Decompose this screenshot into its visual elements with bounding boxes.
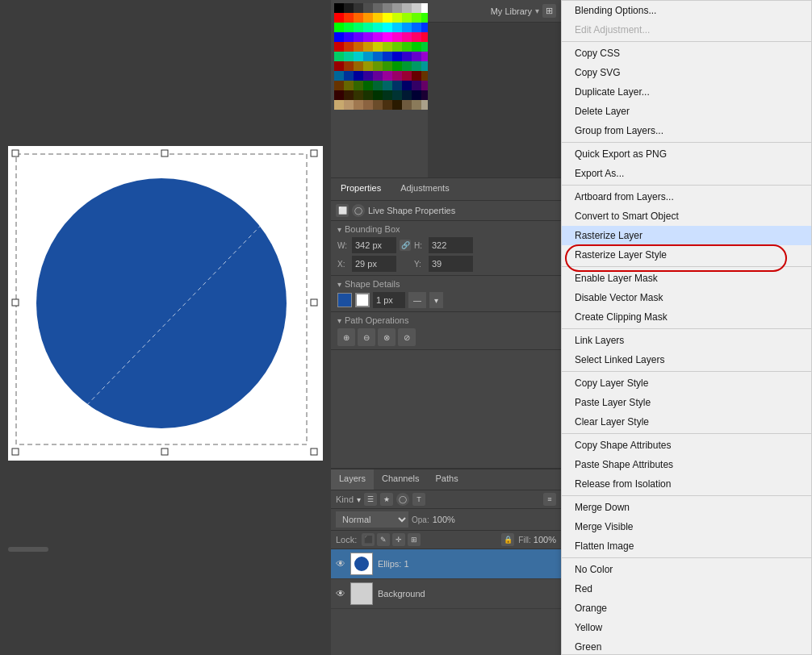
fill-color-swatch[interactable] xyxy=(337,293,352,307)
y-input[interactable] xyxy=(429,256,473,272)
menu-item-copy-shape-attributes[interactable]: Copy Shape Attributes xyxy=(562,436,811,455)
color-swatch[interactable] xyxy=(402,81,412,90)
color-swatch[interactable] xyxy=(383,71,392,81)
color-swatch[interactable] xyxy=(383,32,392,42)
collapse-shape-icon[interactable]: ▾ xyxy=(337,280,341,289)
opacity-value[interactable]: 100% xyxy=(433,515,455,524)
color-swatch[interactable] xyxy=(344,90,354,100)
filter-icon-2[interactable]: ★ xyxy=(380,493,393,506)
color-swatch[interactable] xyxy=(344,52,354,61)
color-swatch[interactable] xyxy=(373,23,383,32)
collapse-icon[interactable]: ▾ xyxy=(337,225,341,234)
filter-icon-1[interactable]: ☰ xyxy=(364,493,377,506)
tab-adjustments[interactable]: Adjustments xyxy=(391,178,459,200)
tab-paths[interactable]: Paths xyxy=(428,469,467,490)
color-swatch[interactable] xyxy=(363,42,373,52)
color-swatch[interactable] xyxy=(354,90,363,100)
color-swatch[interactable] xyxy=(383,100,392,110)
color-swatch[interactable] xyxy=(373,81,383,90)
color-swatch[interactable] xyxy=(354,32,363,42)
color-swatch[interactable] xyxy=(412,32,421,42)
color-swatch[interactable] xyxy=(334,90,344,100)
color-swatch[interactable] xyxy=(363,61,373,71)
color-swatch[interactable] xyxy=(392,42,402,52)
menu-item-quick-export[interactable]: Quick Export as PNG xyxy=(562,144,811,164)
color-swatch[interactable] xyxy=(354,42,363,52)
color-swatch[interactable] xyxy=(402,61,412,71)
color-swatch[interactable] xyxy=(412,3,421,13)
color-swatch[interactable] xyxy=(421,52,428,61)
menu-item-enable-layer-mask[interactable]: Enable Layer Mask xyxy=(562,269,811,288)
color-swatch[interactable] xyxy=(412,61,421,71)
color-swatch[interactable] xyxy=(392,52,402,61)
color-swatch[interactable] xyxy=(402,52,412,61)
stroke-type-dropdown[interactable]: — xyxy=(408,292,426,308)
color-swatch[interactable] xyxy=(392,81,402,90)
color-swatch[interactable] xyxy=(334,23,344,32)
color-swatch[interactable] xyxy=(334,52,344,61)
color-swatch[interactable] xyxy=(373,61,383,71)
menu-item-create-clipping-mask[interactable]: Create Clipping Mask xyxy=(562,307,811,327)
color-swatch[interactable] xyxy=(344,32,354,42)
color-swatch[interactable] xyxy=(363,3,373,13)
color-swatch[interactable] xyxy=(344,100,354,110)
color-swatch[interactable] xyxy=(373,3,383,13)
filter-icon-4[interactable]: T xyxy=(412,493,425,506)
color-swatch[interactable] xyxy=(412,13,421,23)
color-swatch[interactable] xyxy=(412,52,421,61)
menu-item-green[interactable]: Green xyxy=(562,637,811,655)
color-swatch[interactable] xyxy=(402,13,412,23)
color-swatch[interactable] xyxy=(373,32,383,42)
color-swatch[interactable] xyxy=(402,32,412,42)
color-swatch[interactable] xyxy=(421,13,428,23)
color-swatch[interactable] xyxy=(412,100,421,110)
color-swatch[interactable] xyxy=(344,42,354,52)
color-swatch[interactable] xyxy=(334,42,344,52)
menu-item-red[interactable]: Red xyxy=(562,579,811,599)
color-swatch[interactable] xyxy=(392,32,402,42)
color-swatch[interactable] xyxy=(402,71,412,81)
color-swatch[interactable] xyxy=(412,90,421,100)
color-swatch[interactable] xyxy=(373,52,383,61)
color-swatch[interactable] xyxy=(421,3,428,13)
menu-item-delete-layer[interactable]: Delete Layer xyxy=(562,102,811,121)
blend-mode-select[interactable]: Normal xyxy=(336,511,408,528)
height-input[interactable] xyxy=(429,237,473,253)
tab-layers[interactable]: Layers xyxy=(331,469,374,490)
color-swatch[interactable] xyxy=(344,3,354,13)
filter-icon-3[interactable]: ◯ xyxy=(396,493,409,506)
color-swatch[interactable] xyxy=(421,71,428,81)
color-swatch[interactable] xyxy=(334,100,344,110)
menu-item-copy-svg[interactable]: Copy SVG xyxy=(562,63,811,82)
path-op-intersect[interactable]: ⊗ xyxy=(378,328,396,346)
layer-ellipse[interactable]: 👁 Ellips: 1 xyxy=(331,549,561,579)
collapse-path-icon[interactable]: ▾ xyxy=(337,316,341,325)
color-swatch[interactable] xyxy=(363,13,373,23)
color-swatch[interactable] xyxy=(402,3,412,13)
color-swatch[interactable] xyxy=(363,71,373,81)
menu-item-rasterize-layer-style[interactable]: Rasterize Layer Style xyxy=(562,245,811,265)
width-input[interactable] xyxy=(352,237,396,253)
color-swatch[interactable] xyxy=(412,42,421,52)
color-swatch[interactable] xyxy=(363,90,373,100)
layer-eye-icon-2[interactable]: 👁 xyxy=(336,588,345,599)
color-swatch[interactable] xyxy=(344,23,354,32)
color-swatch[interactable] xyxy=(383,81,392,90)
color-swatch[interactable] xyxy=(392,90,402,100)
menu-item-clear-layer-style[interactable]: Clear Layer Style xyxy=(562,412,811,432)
path-op-exclude[interactable]: ⊘ xyxy=(398,328,416,346)
color-swatch[interactable] xyxy=(383,13,392,23)
color-swatch[interactable] xyxy=(412,71,421,81)
menu-item-export-as[interactable]: Export As... xyxy=(562,164,811,183)
color-swatch[interactable] xyxy=(344,71,354,81)
lock-all-icon[interactable]: 🔒 xyxy=(501,533,514,546)
stroke-width-input[interactable] xyxy=(373,292,405,308)
layer-eye-icon-1[interactable]: 👁 xyxy=(336,558,345,569)
color-swatch[interactable] xyxy=(392,23,402,32)
lock-artboard-icon[interactable]: ⊞ xyxy=(408,533,421,546)
path-op-new[interactable]: ⊕ xyxy=(337,328,355,346)
color-swatch[interactable] xyxy=(363,81,373,90)
menu-item-orange[interactable]: Orange xyxy=(562,599,811,618)
kind-dropdown-icon[interactable]: ▾ xyxy=(357,495,361,504)
color-swatch[interactable] xyxy=(344,13,354,23)
